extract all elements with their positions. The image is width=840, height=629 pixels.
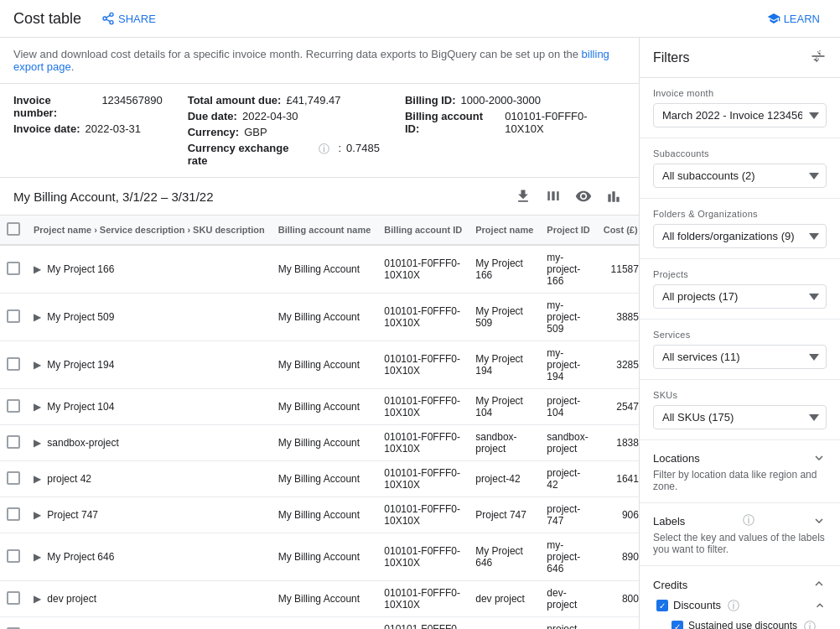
row-expand-icon[interactable]: ▶ [34, 359, 41, 371]
header-cost[interactable]: Cost (£) ▼ [597, 216, 639, 245]
row-checkbox[interactable] [7, 435, 20, 449]
row-expand-icon[interactable]: ▶ [34, 263, 41, 275]
chart-button[interactable] [602, 185, 625, 208]
table-row: ▶ project 42 My Billing Account 010101-F… [0, 461, 639, 497]
row-project-name: ▶ My Project 166 [27, 245, 272, 294]
labels-filter: Labels ⓘ Select the key and values of th… [640, 503, 840, 566]
discounts-checkbox[interactable] [656, 600, 668, 611]
header-billing-account-name-label: Billing account name [278, 225, 371, 235]
discounts-collapse-button[interactable] [813, 599, 827, 615]
table-header-bar: My Billing Account, 3/1/22 – 3/31/22 [0, 178, 639, 216]
row-project-id: dev-project [540, 581, 596, 617]
labels-header[interactable]: Labels ⓘ [653, 513, 827, 528]
exchange-rate-help-icon[interactable]: ⓘ [319, 142, 329, 167]
header-billing-account-id: Billing account ID [377, 216, 469, 245]
projects-label: Projects [653, 269, 688, 279]
projects-select[interactable]: All projects (17) [653, 284, 827, 309]
row-billing-account-name: My Billing Account [272, 294, 378, 341]
row-checkbox[interactable] [7, 471, 20, 485]
row-expand-icon[interactable]: ▶ [34, 551, 41, 563]
locations-header[interactable]: Locations [653, 450, 827, 465]
select-all-checkbox[interactable] [7, 222, 20, 236]
learn-button[interactable]: LEARN [760, 8, 827, 29]
row-billing-account-id: 010101-F0FFF0-10X10X [377, 425, 469, 461]
top-bar: Cost table SHARE LEARN [0, 0, 840, 38]
row-checkbox[interactable] [7, 549, 20, 563]
row-expand-icon[interactable]: ▶ [34, 437, 41, 449]
row-checkbox[interactable] [7, 399, 20, 413]
row-project-id: my-project-509 [540, 294, 596, 341]
visibility-button[interactable] [572, 185, 595, 208]
row-billing-account-name: My Billing Account [272, 341, 378, 389]
sustained-use-item: Sustained use discounts ⓘ [671, 620, 827, 629]
folders-orgs-select[interactable]: All folders/organizations (9) [653, 224, 827, 248]
columns-icon [545, 188, 562, 205]
row-cost: 890.06 [597, 533, 639, 581]
services-label: Services [653, 330, 691, 340]
labels-help-icon[interactable]: ⓘ [743, 513, 754, 528]
table-row: ▶ My Project 194 My Billing Account 0101… [0, 341, 639, 389]
row-cost: 906.06 [597, 497, 639, 533]
row-checkbox[interactable] [7, 262, 20, 275]
row-expand-icon[interactable]: ▶ [34, 593, 41, 605]
table-row: ▶ Project 10 My Billing Account 010101-F… [0, 617, 639, 630]
sustained-use-help-icon[interactable]: ⓘ [804, 620, 816, 629]
row-billing-account-name: My Billing Account [272, 533, 378, 581]
content-area: View and download cost details for a spe… [0, 38, 639, 629]
subaccounts-select[interactable]: All subaccounts (2) [653, 164, 827, 188]
chart-icon [605, 188, 622, 205]
share-button[interactable]: SHARE [95, 8, 163, 29]
row-checkbox[interactable] [7, 591, 20, 605]
header-row: Project name › Service description › SKU… [0, 216, 639, 245]
row-checkbox[interactable] [7, 309, 20, 323]
row-cost: 800.40 [597, 581, 639, 617]
row-billing-account-id: 010101-F0FFF0-10X10X [377, 617, 469, 630]
invoice-date-row: Invoice date: 2022-03-31 [13, 122, 163, 135]
row-checkbox[interactable] [7, 357, 20, 371]
row-project-name-col: My Project 104 [469, 389, 540, 425]
table-row: ▶ My Project 509 My Billing Account 0101… [0, 294, 639, 341]
row-cost: 11587.73 [597, 245, 639, 294]
table-row: ▶ sandbox-project My Billing Account 010… [0, 425, 639, 461]
row-project-name: ▶ Project 10 [27, 617, 272, 630]
row-expand-icon[interactable]: ▶ [34, 311, 41, 323]
columns-button[interactable] [542, 185, 565, 208]
row-billing-account-name: My Billing Account [272, 425, 378, 461]
row-billing-account-id: 010101-F0FFF0-10X10X [377, 341, 469, 389]
credits-collapse-button[interactable] [811, 576, 827, 594]
row-expand-icon[interactable]: ▶ [34, 401, 41, 413]
invoice-month-select[interactable]: March 2022 - Invoice 1234567890 [653, 103, 827, 127]
row-expand-icon[interactable]: ▶ [34, 473, 41, 485]
collapse-icon [810, 48, 827, 65]
visibility-icon [575, 188, 592, 205]
row-cost: 3285.90 [597, 341, 639, 389]
discounts-help-icon[interactable]: ⓘ [728, 599, 739, 614]
row-project-name: ▶ My Project 194 [27, 341, 272, 389]
billing-id-row: Billing ID: 1000-2000-3000 [405, 94, 625, 107]
subaccounts-label: Subaccounts [653, 148, 709, 159]
row-project-name-col: sandbox-project [469, 425, 540, 461]
page-title: Cost table [13, 10, 81, 28]
download-button[interactable] [511, 185, 535, 208]
invoice-col-1: Invoice number: 1234567890 Invoice date:… [13, 94, 163, 167]
folders-orgs-filter: Folders & Organizations All folders/orga… [640, 199, 840, 259]
skus-select[interactable]: All SKUs (175) [653, 405, 827, 429]
billing-account-id-row: Billing account ID: 010101-F0FFF0-10X10X [405, 110, 625, 135]
services-select[interactable]: All services (11) [653, 345, 827, 369]
invoice-col-2: Total amount due: £41,749.47 Due date: 2… [188, 94, 380, 167]
sustained-use-checkbox[interactable] [671, 621, 683, 629]
collapse-sidebar-button[interactable] [810, 48, 827, 67]
table-body: ▶ My Project 166 My Billing Account 0101… [0, 245, 639, 629]
row-project-name: ▶ project 42 [27, 461, 272, 497]
invoice-number-row: Invoice number: 1234567890 [13, 94, 163, 119]
row-billing-account-id: 010101-F0FFF0-10X10X [377, 461, 469, 497]
invoice-month-filter: Invoice month March 2022 - Invoice 12345… [640, 78, 840, 138]
row-checkbox[interactable] [7, 507, 20, 521]
sidebar-title: Filters [653, 50, 690, 65]
header-project-id: Project ID [540, 216, 596, 245]
table-row: ▶ My Project 104 My Billing Account 0101… [0, 389, 639, 425]
row-billing-account-id: 010101-F0FFF0-10X10X [377, 497, 469, 533]
row-expand-icon[interactable]: ▶ [34, 509, 41, 521]
discounts-label: Discounts [673, 599, 721, 611]
row-checkbox-cell [0, 533, 27, 581]
